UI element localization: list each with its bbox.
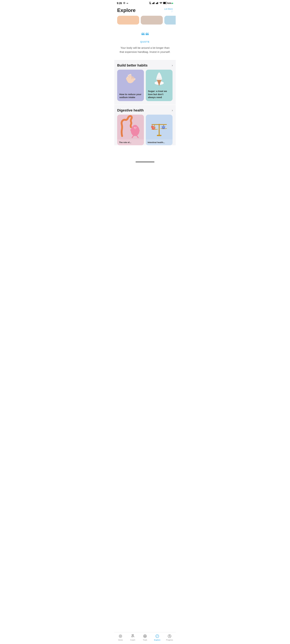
- status-bar: 9:26 ••: [114, 0, 176, 6]
- svg-point-49: [151, 126, 153, 128]
- home-indicator: [136, 162, 154, 162]
- digestive-card-2-text: Intestinal health...: [146, 139, 172, 145]
- svg-point-46: [162, 126, 165, 129]
- quote-text: Your body will be around a lot longer th…: [118, 46, 172, 54]
- svg-point-0: [124, 2, 125, 4]
- quote-marks: ❝❝: [118, 32, 172, 39]
- category-pill-2[interactable]: [141, 16, 163, 24]
- digestive-cards-row: The role of...: [117, 114, 173, 145]
- category-pill-3[interactable]: [164, 16, 176, 24]
- svg-point-50: [152, 126, 152, 126]
- svg-point-51: [152, 126, 153, 126]
- sodium-card-text: How to reduce your sodium intake: [119, 93, 142, 99]
- status-right: 63%: [149, 2, 173, 5]
- build-habits-arrow[interactable]: ›: [172, 64, 173, 67]
- svg-rect-5: [152, 3, 153, 4]
- digestive-card-1[interactable]: The role of...: [117, 114, 144, 145]
- build-better-habits-section: Build better habits ›: [114, 60, 176, 104]
- svg-point-33: [134, 127, 135, 128]
- camera-icon: [123, 2, 126, 5]
- digestive-arrow[interactable]: ›: [172, 108, 173, 112]
- svg-rect-11: [157, 2, 158, 4]
- page-title: Explore: [117, 8, 136, 13]
- category-pills-row[interactable]: [114, 16, 176, 27]
- svg-rect-15: [164, 2, 166, 4]
- header: Explore Let them ♡: [114, 6, 176, 16]
- svg-point-13: [161, 4, 161, 4]
- mute-icon: [149, 2, 152, 5]
- quote-label: QUOTE: [118, 40, 172, 43]
- wifi-icon: [160, 2, 162, 4]
- green-dot: [172, 3, 173, 4]
- habits-cards-row: How to reduce your sodium intake: [117, 70, 173, 102]
- sugar-card-text: Sugar: a treat we love but don't always …: [148, 90, 170, 99]
- digestive-card-2[interactable]: Intestinal health...: [146, 114, 172, 145]
- build-habits-title: Build better habits: [117, 63, 148, 68]
- svg-point-20: [128, 75, 129, 76]
- battery-icon: [163, 2, 168, 4]
- svg-rect-7: [153, 2, 154, 4]
- svg-point-34: [136, 127, 136, 128]
- sodium-illustration: [117, 71, 144, 88]
- svg-point-19: [129, 74, 130, 75]
- digestive-card-1-text: The role of...: [117, 139, 144, 145]
- svg-rect-36: [159, 124, 160, 136]
- build-habits-header: Build better habits ›: [117, 63, 173, 68]
- dots-icon: ••: [126, 2, 128, 4]
- svg-point-21: [127, 76, 128, 78]
- svg-rect-9: [156, 3, 156, 4]
- signal2-icon: [156, 2, 159, 4]
- sodium-card[interactable]: How to reduce your sodium intake: [117, 70, 144, 101]
- svg-point-18: [130, 74, 131, 75]
- svg-rect-38: [152, 124, 167, 125]
- signal-icon: [152, 2, 155, 4]
- svg-rect-16: [167, 2, 168, 4]
- battery-container: 63%: [163, 2, 173, 4]
- svg-point-47: [162, 127, 163, 127]
- svg-rect-37: [157, 135, 161, 136]
- svg-point-35: [130, 129, 132, 131]
- status-left: 9:26 ••: [117, 2, 128, 5]
- logo-text: Let them ♡: [164, 8, 173, 13]
- sugar-card[interactable]: Sugar: a treat we love but don't always …: [146, 70, 172, 101]
- svg-rect-8: [154, 2, 154, 4]
- battery-percent: 63%: [168, 2, 172, 4]
- svg-rect-12: [158, 2, 158, 4]
- svg-rect-10: [156, 3, 157, 4]
- digestive-header: Digestive health ›: [117, 108, 173, 112]
- svg-point-45: [154, 128, 154, 128]
- quote-section: ❝❝ QUOTE Your body will be around a lot …: [114, 27, 176, 60]
- sugar-illustration: [146, 71, 172, 87]
- svg-point-44: [152, 128, 153, 128]
- svg-rect-6: [153, 3, 153, 4]
- svg-point-32: [132, 125, 138, 130]
- digestive-title: Digestive health: [117, 108, 144, 112]
- digestive-health-section: Digestive health ›: [114, 105, 176, 145]
- status-time: 9:26: [117, 2, 122, 5]
- svg-point-48: [164, 127, 164, 127]
- svg-point-1: [123, 2, 125, 4]
- category-pill-1[interactable]: [117, 16, 139, 24]
